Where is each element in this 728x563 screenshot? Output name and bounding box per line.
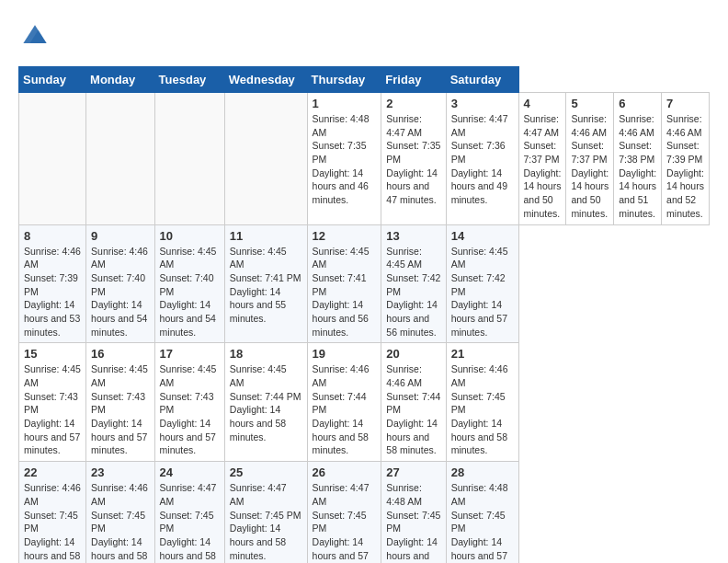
day-info: Sunrise: 4:45 AMSunset: 7:43 PMDaylight:… [91,362,150,457]
day-number: 9 [91,229,150,243]
calendar-day-cell [86,93,155,225]
day-info: Sunrise: 4:47 AMSunset: 7:37 PMDaylight:… [524,112,562,221]
calendar-day-cell: 14Sunrise: 4:45 AMSunset: 7:42 PMDayligh… [446,224,518,343]
calendar-day-cell: 25Sunrise: 4:47 AMSunset: 7:45 PMDayligh… [224,462,307,563]
calendar-day-cell [19,93,86,225]
day-info: Sunrise: 4:46 AMSunset: 7:40 PMDaylight:… [91,245,150,339]
day-number: 1 [313,97,377,110]
calendar-header-cell: Sunday [19,67,86,93]
calendar-day-cell: 19Sunrise: 4:46 AMSunset: 7:44 PMDayligh… [307,343,381,462]
calendar-day-cell [224,93,307,225]
calendar-header-cell: Friday [381,67,446,93]
day-info: Sunrise: 4:45 AMSunset: 7:41 PMDaylight:… [230,245,302,326]
day-info: Sunrise: 4:48 AMSunset: 7:35 PMDaylight:… [313,112,377,207]
day-number: 13 [386,229,440,243]
day-number: 3 [451,97,514,110]
day-number: 24 [160,465,220,479]
calendar-day-cell: 2Sunrise: 4:47 AMSunset: 7:35 PMDaylight… [381,93,446,225]
day-number: 5 [571,97,609,110]
day-info: Sunrise: 4:46 AMSunset: 7:45 PMDaylight:… [91,481,150,563]
calendar-day-cell: 8Sunrise: 4:46 AMSunset: 7:39 PMDaylight… [19,224,86,343]
day-number: 18 [230,347,302,361]
day-info: Sunrise: 4:45 AMSunset: 7:43 PMDaylight:… [24,362,81,457]
calendar-day-cell: 26Sunrise: 4:47 AMSunset: 7:45 PMDayligh… [307,462,381,563]
calendar-day-cell: 22Sunrise: 4:46 AMSunset: 7:45 PMDayligh… [19,462,86,563]
calendar-header-cell: Thursday [307,67,381,93]
day-number: 20 [386,347,440,361]
day-number: 7 [666,97,704,110]
day-info: Sunrise: 4:47 AMSunset: 7:35 PMDaylight:… [386,112,440,207]
calendar-day-cell: 23Sunrise: 4:46 AMSunset: 7:45 PMDayligh… [86,462,155,563]
calendar-day-cell: 9Sunrise: 4:46 AMSunset: 7:40 PMDaylight… [86,224,155,343]
calendar-day-cell: 17Sunrise: 4:45 AMSunset: 7:43 PMDayligh… [154,343,224,462]
day-info: Sunrise: 4:45 AMSunset: 7:42 PMDaylight:… [451,245,514,339]
calendar-day-cell: 10Sunrise: 4:45 AMSunset: 7:40 PMDayligh… [154,224,224,343]
day-number: 12 [313,229,377,243]
calendar-day-cell: 18Sunrise: 4:45 AMSunset: 7:44 PMDayligh… [224,343,307,462]
day-number: 25 [230,465,302,479]
calendar-day-cell: 21Sunrise: 4:46 AMSunset: 7:45 PMDayligh… [446,343,518,462]
calendar-week-row: 22Sunrise: 4:46 AMSunset: 7:45 PMDayligh… [19,462,710,563]
day-info: Sunrise: 4:46 AMSunset: 7:44 PMDaylight:… [386,362,440,457]
calendar-day-cell: 28Sunrise: 4:48 AMSunset: 7:45 PMDayligh… [446,462,518,563]
day-number: 2 [386,97,440,110]
calendar-day-cell: 4Sunrise: 4:47 AMSunset: 7:37 PMDaylight… [518,93,566,225]
day-info: Sunrise: 4:45 AMSunset: 7:42 PMDaylight:… [386,245,440,339]
day-info: Sunrise: 4:45 AMSunset: 7:44 PMDaylight:… [230,362,302,443]
day-number: 27 [386,465,440,479]
calendar-day-cell: 15Sunrise: 4:45 AMSunset: 7:43 PMDayligh… [19,343,86,462]
day-info: Sunrise: 4:45 AMSunset: 7:41 PMDaylight:… [313,245,377,339]
calendar-table: SundayMondayTuesdayWednesdayThursdayFrid… [18,66,710,563]
calendar-day-cell: 13Sunrise: 4:45 AMSunset: 7:42 PMDayligh… [381,224,446,343]
day-number: 22 [24,465,81,479]
calendar-day-cell: 1Sunrise: 4:48 AMSunset: 7:35 PMDaylight… [307,93,381,225]
day-number: 21 [451,347,514,361]
calendar-day-cell: 6Sunrise: 4:46 AMSunset: 7:38 PMDaylight… [614,93,662,225]
calendar-week-row: 1Sunrise: 4:48 AMSunset: 7:35 PMDaylight… [19,93,710,225]
day-number: 19 [313,347,377,361]
calendar-day-cell: 20Sunrise: 4:46 AMSunset: 7:44 PMDayligh… [381,343,446,462]
day-info: Sunrise: 4:46 AMSunset: 7:44 PMDaylight:… [313,362,377,457]
day-number: 26 [313,465,377,479]
day-info: Sunrise: 4:48 AMSunset: 7:45 PMDaylight:… [451,481,514,563]
calendar-day-cell: 24Sunrise: 4:47 AMSunset: 7:45 PMDayligh… [154,462,224,563]
day-info: Sunrise: 4:47 AMSunset: 7:36 PMDaylight:… [451,112,514,207]
day-number: 4 [524,97,562,110]
day-number: 8 [24,229,81,243]
calendar-header-cell: Tuesday [154,67,224,93]
day-number: 11 [230,229,302,243]
calendar-day-cell: 12Sunrise: 4:45 AMSunset: 7:41 PMDayligh… [307,224,381,343]
day-info: Sunrise: 4:45 AMSunset: 7:43 PMDaylight:… [160,362,220,457]
day-number: 16 [91,347,150,361]
day-number: 10 [160,229,220,243]
calendar-header-cell: Monday [86,67,155,93]
day-number: 23 [91,465,150,479]
day-info: Sunrise: 4:47 AMSunset: 7:45 PMDaylight:… [160,481,220,563]
calendar-day-cell: 7Sunrise: 4:46 AMSunset: 7:39 PMDaylight… [662,93,710,225]
calendar-day-cell [154,93,224,225]
calendar-header: SundayMondayTuesdayWednesdayThursdayFrid… [19,67,710,93]
calendar-header-cell: Wednesday [224,67,307,93]
day-info: Sunrise: 4:46 AMSunset: 7:45 PMDaylight:… [451,362,514,457]
day-info: Sunrise: 4:45 AMSunset: 7:40 PMDaylight:… [160,245,220,339]
day-info: Sunrise: 4:48 AMSunset: 7:45 PMDaylight:… [386,481,440,563]
calendar-week-row: 15Sunrise: 4:45 AMSunset: 7:43 PMDayligh… [19,343,710,462]
day-info: Sunrise: 4:47 AMSunset: 7:45 PMDaylight:… [313,481,377,563]
logo-icon [18,18,51,52]
calendar-header-cell: Saturday [446,67,518,93]
calendar-day-cell: 16Sunrise: 4:45 AMSunset: 7:43 PMDayligh… [86,343,155,462]
day-number: 14 [451,229,514,243]
calendar-day-cell: 5Sunrise: 4:46 AMSunset: 7:37 PMDaylight… [566,93,614,225]
calendar-day-cell: 11Sunrise: 4:45 AMSunset: 7:41 PMDayligh… [224,224,307,343]
calendar-day-cell: 3Sunrise: 4:47 AMSunset: 7:36 PMDaylight… [446,93,518,225]
day-info: Sunrise: 4:46 AMSunset: 7:39 PMDaylight:… [666,112,704,221]
calendar-day-cell: 27Sunrise: 4:48 AMSunset: 7:45 PMDayligh… [381,462,446,563]
day-info: Sunrise: 4:46 AMSunset: 7:39 PMDaylight:… [24,245,81,339]
day-info: Sunrise: 4:46 AMSunset: 7:37 PMDaylight:… [571,112,609,221]
day-number: 15 [24,347,81,361]
logo [18,18,57,52]
day-info: Sunrise: 4:47 AMSunset: 7:45 PMDaylight:… [230,481,302,562]
page-header [18,18,710,52]
day-number: 17 [160,347,220,361]
day-number: 28 [451,465,514,479]
